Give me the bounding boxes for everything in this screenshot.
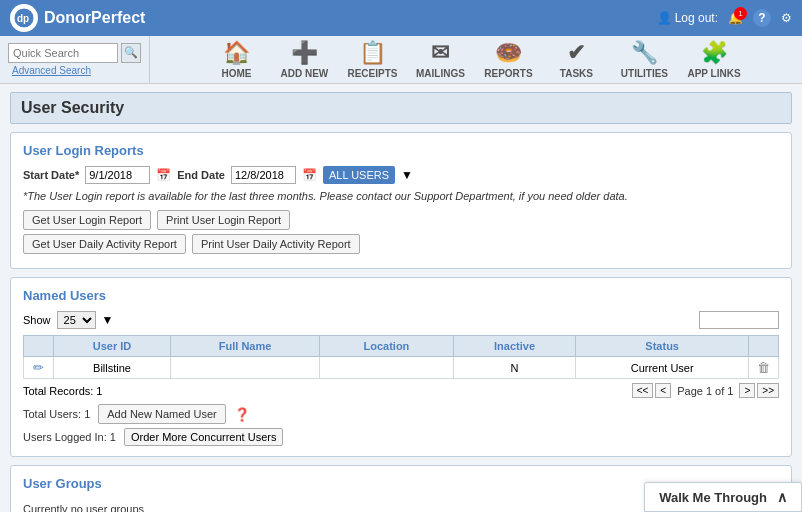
total-users-label: Total Users: 1 (23, 408, 90, 420)
page-info: Page 1 of 1 (673, 385, 737, 397)
login-reports-title: User Login Reports (23, 143, 779, 158)
receipts-label: RECEIPTS (347, 68, 397, 79)
print-user-login-report-button[interactable]: Print User Login Report (157, 210, 290, 230)
location-cell (320, 357, 454, 379)
mailings-icon: ✉ (431, 40, 449, 66)
svg-text:dp: dp (17, 13, 29, 24)
nav-item-receipts[interactable]: 📋RECEIPTS (347, 40, 397, 79)
utilities-icon: 🔧 (631, 40, 658, 66)
user-icon: 👤 (657, 11, 672, 25)
start-date-label: Start Date* (23, 169, 79, 181)
help-button[interactable]: ? (753, 9, 771, 27)
all-users-dropdown[interactable]: ALL USERS (323, 166, 395, 184)
nav-item-add-new[interactable]: ➕ADD NEW (279, 40, 329, 79)
reports-icon: 🍩 (495, 40, 522, 66)
status-col-header: Status (576, 336, 749, 357)
nav-item-tasks[interactable]: ✔TASKS (551, 40, 601, 79)
show-dropdown-icon: ▼ (102, 313, 114, 327)
delete-user-icon[interactable]: 🗑 (757, 360, 770, 375)
show-select[interactable]: 25 (57, 311, 96, 329)
named-users-title: Named Users (23, 288, 779, 303)
show-row: Show 25 ▼ (23, 311, 779, 329)
search-button[interactable]: 🔍 (121, 43, 141, 63)
fullname-col-header: Full Name (171, 336, 320, 357)
nav-item-app-links[interactable]: 🧩APP LINKS (687, 40, 740, 79)
users-tbody: ✏ Billstine N Current User 🗑 (24, 357, 779, 379)
inactive-col-header: Inactive (453, 336, 576, 357)
dropdown-arrow-icon: ▼ (401, 168, 413, 182)
edit-user-icon[interactable]: ✏ (33, 360, 44, 375)
notification-button[interactable]: 🔔 1 (728, 11, 743, 25)
nav-section: 🏠HOME➕ADD NEW📋RECEIPTS✉MAILINGS🍩REPORTS✔… (150, 36, 802, 83)
status-cell: Current User (576, 357, 749, 379)
footer-info: Total Users: 1 Add New Named User ❓ User… (23, 404, 779, 446)
app-header: dp DonorPerfect 👤 Log out: 🔔 1 ? ⚙ (0, 0, 802, 36)
location-col-header: Location (320, 336, 454, 357)
home-icon: 🏠 (223, 40, 250, 66)
add-new-icon: ➕ (291, 40, 318, 66)
header-right: 👤 Log out: 🔔 1 ? ⚙ (657, 9, 792, 27)
end-date-calendar-icon[interactable]: 📅 (302, 168, 317, 182)
home-label: HOME (221, 68, 251, 79)
page-title: User Security (21, 99, 781, 117)
userid-col-header: User ID (54, 336, 171, 357)
delete-col-header (749, 336, 779, 357)
walk-me-through-label: Walk Me Through (659, 490, 767, 505)
nav-item-mailings[interactable]: ✉MAILINGS (415, 40, 465, 79)
add-user-help-icon[interactable]: ❓ (234, 407, 250, 422)
print-user-daily-activity-button[interactable]: Print User Daily Activity Report (192, 234, 360, 254)
tasks-icon: ✔ (567, 40, 585, 66)
inactive-cell: N (453, 357, 576, 379)
advanced-search-link[interactable]: Advanced Search (12, 65, 91, 76)
end-date-input[interactable] (231, 166, 296, 184)
user-id-cell: Billstine (54, 357, 171, 379)
table-header-row: User ID Full Name Location Inactive Stat… (24, 336, 779, 357)
logo-text: DonorPerfect (44, 9, 145, 27)
next-page-button[interactable]: > (739, 383, 755, 398)
settings-button[interactable]: ⚙ (781, 11, 792, 25)
no-groups-text: Currently no user groups (23, 503, 144, 512)
walk-me-through-icon: ∧ (777, 489, 787, 505)
login-reports-section: User Login Reports Start Date* 📅 End Dat… (10, 132, 792, 269)
users-table: User ID Full Name Location Inactive Stat… (23, 335, 779, 379)
logo-icon: dp (10, 4, 38, 32)
mailings-label: MAILINGS (416, 68, 465, 79)
receipts-icon: 📋 (359, 40, 386, 66)
logo-area: dp DonorPerfect (10, 4, 145, 32)
nav-item-reports[interactable]: 🍩REPORTS (483, 40, 533, 79)
start-date-input[interactable] (85, 166, 150, 184)
add-named-user-button[interactable]: Add New Named User (98, 404, 225, 424)
users-logged-in-label: Users Logged In: 1 (23, 431, 116, 443)
show-label: Show (23, 314, 51, 326)
add-new-label: ADD NEW (281, 68, 329, 79)
search-input[interactable] (8, 43, 118, 63)
first-page-button[interactable]: << (632, 383, 654, 398)
reports-label: REPORTS (484, 68, 532, 79)
toolbar-area: 🔍 Advanced Search 🏠HOME➕ADD NEW📋RECEIPTS… (0, 36, 802, 84)
page-title-bar: User Security (10, 92, 792, 124)
nav-item-utilities[interactable]: 🔧UTILITIES (619, 40, 669, 79)
get-user-daily-activity-button[interactable]: Get User Daily Activity Report (23, 234, 186, 254)
app-links-label: APP LINKS (687, 68, 740, 79)
named-users-section: Named Users Show 25 ▼ User ID Full Name … (10, 277, 792, 457)
order-concurrent-button[interactable]: Order More Concurrent Users (124, 428, 284, 446)
total-users-row: Total Users: 1 Add New Named User ❓ (23, 404, 779, 424)
notification-badge: 1 (734, 7, 747, 20)
pagination: << < Page 1 of 1 > >> (632, 383, 779, 398)
utilities-label: UTILITIES (621, 68, 668, 79)
table-footer: Total Records: 1 << < Page 1 of 1 > >> (23, 383, 779, 398)
last-page-button[interactable]: >> (757, 383, 779, 398)
app-links-icon: 🧩 (701, 40, 728, 66)
total-records: Total Records: 1 (23, 385, 102, 397)
search-section: 🔍 Advanced Search (0, 36, 150, 83)
walk-me-through-button[interactable]: Walk Me Through ∧ (644, 482, 802, 512)
start-date-calendar-icon[interactable]: 📅 (156, 168, 171, 182)
logout-button[interactable]: 👤 Log out: (657, 11, 718, 25)
prev-page-button[interactable]: < (655, 383, 671, 398)
tasks-label: TASKS (560, 68, 593, 79)
get-user-login-report-button[interactable]: Get User Login Report (23, 210, 151, 230)
user-search-input[interactable] (699, 311, 779, 329)
users-logged-in-row: Users Logged In: 1 Order More Concurrent… (23, 428, 779, 446)
info-text: *The User Login report is available for … (23, 190, 779, 202)
nav-item-home[interactable]: 🏠HOME (211, 40, 261, 79)
